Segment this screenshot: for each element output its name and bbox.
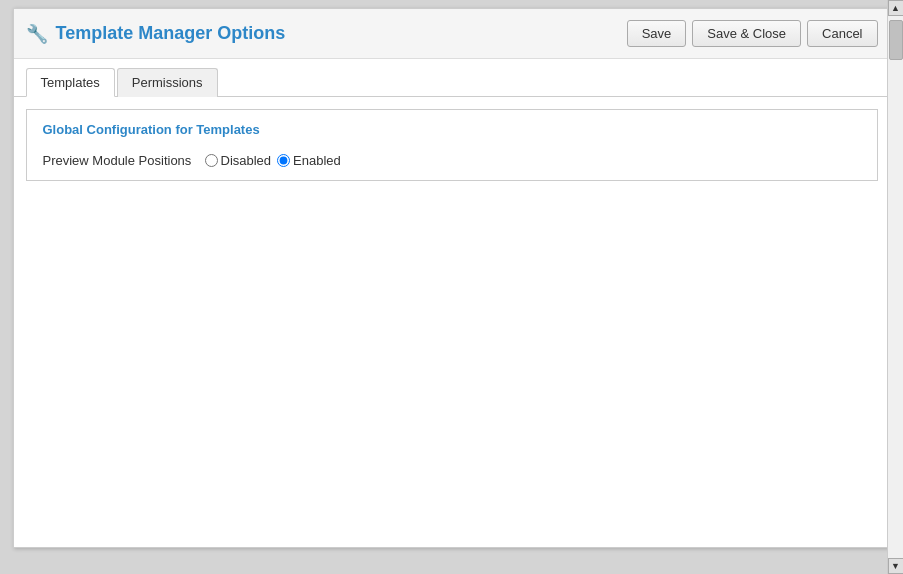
radio-disabled[interactable] [205, 154, 218, 167]
preview-module-label: Preview Module Positions [43, 153, 193, 168]
wrench-icon: 🔧 [26, 23, 48, 45]
radio-disabled-option[interactable]: Disabled [205, 153, 272, 168]
save-close-button[interactable]: Save & Close [692, 20, 801, 47]
header-left: 🔧 Template Manager Options [26, 23, 286, 45]
main-container: 🔧 Template Manager Options Save Save & C… [13, 8, 891, 548]
save-button[interactable]: Save [627, 20, 687, 47]
config-row: Preview Module Positions Disabled Enable… [43, 153, 861, 168]
content-area: Global Configuration for Templates Previ… [14, 97, 890, 547]
radio-enabled-option[interactable]: Enabled [277, 153, 341, 168]
radio-group: Disabled Enabled [205, 153, 341, 168]
tabs-container: Templates Permissions [14, 59, 890, 97]
cancel-button[interactable]: Cancel [807, 20, 877, 47]
scrollbar-thumb[interactable] [889, 20, 903, 60]
tab-permissions[interactable]: Permissions [117, 68, 218, 97]
header: 🔧 Template Manager Options Save Save & C… [14, 9, 890, 59]
header-buttons: Save Save & Close Cancel [627, 20, 878, 47]
config-title: Global Configuration for Templates [43, 122, 861, 137]
tab-templates[interactable]: Templates [26, 68, 115, 97]
scrollbar-track: ▲ ▼ [887, 0, 903, 574]
radio-disabled-label: Disabled [221, 153, 272, 168]
config-box: Global Configuration for Templates Previ… [26, 109, 878, 181]
scrollbar-down-arrow[interactable]: ▼ [888, 558, 904, 574]
radio-enabled[interactable] [277, 154, 290, 167]
page-title: Template Manager Options [56, 23, 286, 44]
scrollbar-up-arrow[interactable]: ▲ [888, 0, 904, 16]
radio-enabled-label: Enabled [293, 153, 341, 168]
